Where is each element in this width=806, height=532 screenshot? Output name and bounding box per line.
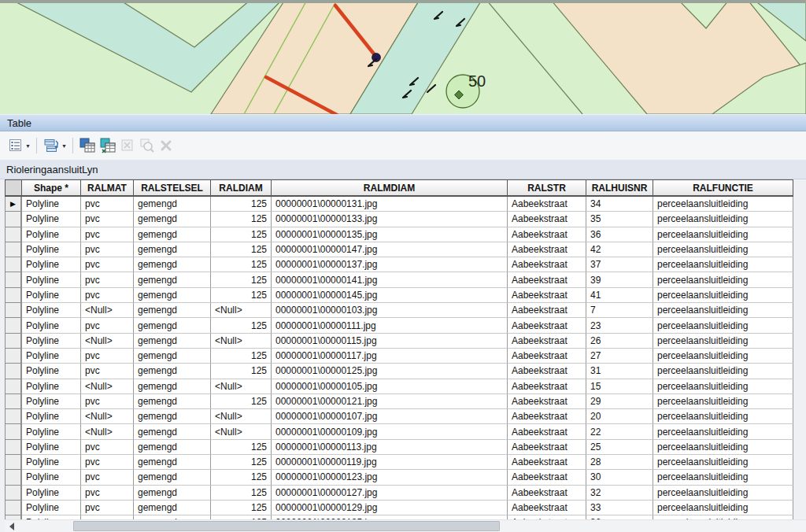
cell-raldiam[interactable]: 125 — [211, 364, 272, 379]
cell-ralstr[interactable]: Aabeekstraat — [508, 379, 586, 394]
column-header-ralhuisnr[interactable]: RALHUISNR — [586, 179, 653, 197]
column-header-ralmdiam[interactable]: RALMDIAM — [272, 179, 508, 197]
cell-ralmat[interactable]: pvc — [81, 440, 134, 455]
cell-ralstelsel[interactable]: gemengd — [134, 364, 211, 379]
row-selector[interactable] — [5, 501, 22, 515]
table-row[interactable]: Polylinepvcgemengd12500000001\00000141.j… — [5, 272, 798, 287]
cell-ralstelsel[interactable]: gemengd — [134, 470, 211, 485]
cell-ralstr[interactable]: Aabeekstraat — [508, 440, 586, 455]
scrollbar-thumb[interactable] — [73, 521, 500, 531]
cell-ralstelsel[interactable]: gemengd — [134, 303, 211, 318]
table-row[interactable]: ▶Polylinepvcgemengd12500000001\00000131.… — [5, 197, 798, 212]
row-selector[interactable] — [5, 334, 22, 349]
cell-raldiam[interactable]: 125 — [211, 440, 272, 455]
cell-ralmdiam[interactable]: 00000001\00000127.jpg — [272, 486, 508, 501]
cell-ralfunctie[interactable]: perceelaansluitleiding — [653, 424, 793, 439]
cell-ralhuisnr[interactable]: 30 — [586, 470, 653, 485]
cell-shape[interactable]: Polyline — [22, 409, 81, 424]
table-row[interactable]: Polylinepvcgemengd12500000001\00000119.j… — [5, 455, 798, 470]
cell-ralmat[interactable]: pvc — [81, 501, 134, 515]
cell-ralstelsel[interactable]: gemengd — [134, 318, 211, 333]
cell-ralhuisnr[interactable]: 35 — [586, 212, 653, 227]
cell-ralmdiam[interactable]: 00000001\00000115.jpg — [272, 334, 508, 349]
cell-ralmdiam[interactable]: 00000001\00000145.jpg — [272, 288, 508, 303]
cell-ralmdiam[interactable]: 00000001\00000117.jpg — [272, 349, 508, 364]
cell-ralmat[interactable]: <Null> — [81, 334, 134, 349]
cell-ralmat[interactable]: pvc — [81, 288, 134, 303]
cell-ralstr[interactable]: Aabeekstraat — [508, 227, 586, 242]
cell-shape[interactable]: Polyline — [22, 470, 81, 485]
cell-ralstelsel[interactable]: gemengd — [134, 212, 211, 227]
row-selector[interactable] — [5, 379, 22, 394]
cell-ralmdiam[interactable]: 00000001\00000147.jpg — [272, 242, 508, 257]
table-row[interactable]: Polyline<Null>gemengd<Null>00000001\0000… — [5, 379, 798, 394]
cell-ralfunctie[interactable]: perceelaansluitleiding — [653, 470, 793, 485]
cell-ralstr[interactable]: Aabeekstraat — [508, 364, 586, 379]
cell-shape[interactable]: Polyline — [22, 394, 81, 409]
cell-ralmdiam[interactable]: 00000001\00000125.jpg — [272, 364, 508, 379]
cell-ralfunctie[interactable]: perceelaansluitleiding — [653, 242, 793, 257]
map-view[interactable]: 50 — [0, 0, 806, 114]
column-header-ralstelsel[interactable]: RALSTELSEL — [134, 179, 211, 197]
table-row[interactable]: Polyline<Null>gemengd<Null>00000001\0000… — [5, 303, 798, 318]
cell-ralstr[interactable]: Aabeekstraat — [508, 455, 586, 470]
cell-ralfunctie[interactable]: perceelaansluitleiding — [653, 257, 793, 272]
cell-shape[interactable]: Polyline — [22, 455, 81, 470]
cell-ralstelsel[interactable]: gemengd — [134, 334, 211, 349]
cell-ralfunctie[interactable]: perceelaansluitleiding — [653, 379, 793, 394]
cell-shape[interactable]: Polyline — [22, 257, 81, 272]
cell-ralhuisnr[interactable]: 41 — [586, 288, 653, 303]
table-row[interactable]: Polylinepvcgemengd12500000001\00000123.j… — [5, 470, 798, 485]
row-selector[interactable] — [5, 470, 22, 485]
cell-ralstr[interactable]: Aabeekstraat — [508, 212, 586, 227]
cell-raldiam[interactable]: 125 — [211, 197, 272, 212]
table-row[interactable]: Polylinepvcgemengd12500000001\00000147.j… — [5, 242, 798, 257]
column-header-ralmat[interactable]: RALMAT — [81, 179, 134, 197]
cell-ralmat[interactable]: pvc — [81, 227, 134, 242]
row-selector[interactable] — [5, 486, 22, 501]
cell-ralhuisnr[interactable]: 31 — [586, 364, 653, 379]
cell-ralfunctie[interactable]: perceelaansluitleiding — [653, 486, 793, 501]
cell-ralstr[interactable]: Aabeekstraat — [508, 272, 586, 287]
row-selector[interactable] — [5, 318, 22, 333]
table-row[interactable]: Polylinepvcgemengd12500000001\00000127.j… — [5, 486, 798, 501]
table-row[interactable]: Polylinepvcgemengd12500000001\00000117.j… — [5, 349, 798, 364]
cell-ralmat[interactable]: pvc — [81, 486, 134, 501]
cell-raldiam[interactable]: 125 — [211, 257, 272, 272]
table-row[interactable]: Polylinepvcgemengd12500000001\00000135.j… — [5, 227, 798, 242]
cell-ralfunctie[interactable]: perceelaansluitleiding — [653, 303, 793, 318]
row-selector[interactable] — [5, 364, 22, 379]
cell-ralmat[interactable]: pvc — [81, 257, 134, 272]
cell-ralmdiam[interactable]: 00000001\00000103.jpg — [272, 303, 508, 318]
cell-ralstelsel[interactable]: gemengd — [134, 272, 211, 287]
cell-ralhuisnr[interactable]: 34 — [586, 197, 653, 212]
row-selector[interactable] — [5, 409, 22, 424]
cell-raldiam[interactable]: <Null> — [211, 409, 272, 424]
scroll-left-button[interactable] — [5, 520, 19, 532]
table-row[interactable]: Polyline<Null>gemengd<Null>00000001\0000… — [5, 409, 798, 424]
cell-ralmat[interactable]: pvc — [81, 470, 134, 485]
cell-shape[interactable]: Polyline — [22, 212, 81, 227]
cell-ralstelsel[interactable]: gemengd — [134, 227, 211, 242]
grid-corner-cell[interactable] — [5, 179, 22, 197]
row-selector[interactable] — [5, 272, 22, 287]
table-row[interactable]: Polylinepvcgemengd12500000001\00000121.j… — [5, 394, 798, 409]
cell-ralstr[interactable]: Aabeekstraat — [508, 288, 586, 303]
cell-ralmat[interactable]: pvc — [81, 318, 134, 333]
cell-ralstelsel[interactable]: gemengd — [134, 486, 211, 501]
cell-ralhuisnr[interactable]: 26 — [586, 334, 653, 349]
cell-ralstr[interactable]: Aabeekstraat — [508, 318, 586, 333]
column-header-raldiam[interactable]: RALDIAM — [211, 179, 272, 197]
cell-ralfunctie[interactable]: perceelaansluitleiding — [653, 197, 793, 212]
cell-ralfunctie[interactable]: perceelaansluitleiding — [653, 272, 793, 287]
table-row[interactable]: Polyline<Null>gemengd<Null>00000001\0000… — [5, 334, 798, 349]
cell-ralstelsel[interactable]: gemengd — [134, 197, 211, 212]
row-selector[interactable] — [5, 242, 22, 257]
row-selector[interactable] — [5, 227, 22, 242]
cell-ralmat[interactable]: pvc — [81, 394, 134, 409]
cell-ralmat[interactable]: pvc — [81, 272, 134, 287]
cell-raldiam[interactable]: 125 — [211, 501, 272, 515]
cell-shape[interactable]: Polyline — [22, 227, 81, 242]
cell-ralfunctie[interactable]: perceelaansluitleiding — [653, 227, 793, 242]
cell-ralstr[interactable]: Aabeekstraat — [508, 242, 586, 257]
